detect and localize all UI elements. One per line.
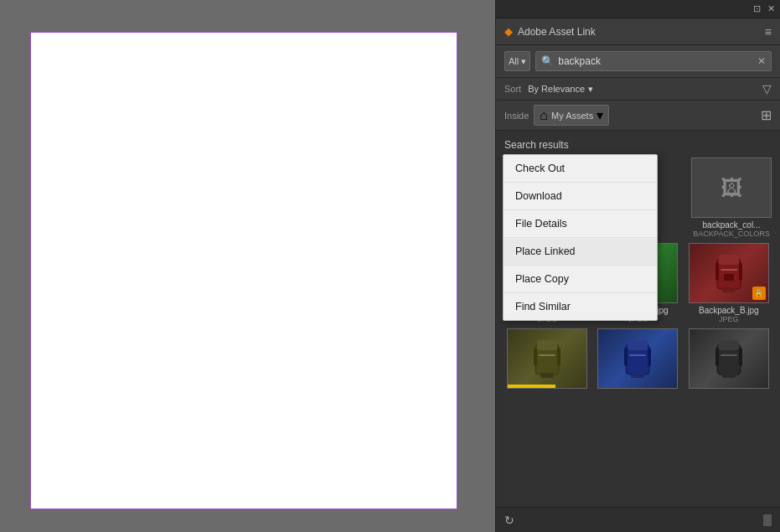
- asset-item-backpack-b[interactable]: 🔒 Backpack_B.jpg JPEG: [686, 243, 772, 323]
- close-button[interactable]: ✕: [767, 4, 775, 13]
- inside-chevron-icon: ▾: [597, 107, 603, 123]
- image-placeholder-icon: 🖼: [721, 175, 742, 201]
- svg-rect-38: [721, 354, 737, 356]
- backpack-blue2-svg: [619, 336, 656, 382]
- svg-rect-37: [739, 348, 742, 366]
- refresh-icon[interactable]: ↻: [504, 514, 514, 527]
- svg-rect-17: [715, 262, 719, 281]
- svg-rect-20: [724, 274, 734, 281]
- search-type-chevron: ▾: [521, 56, 526, 67]
- progress-bar: [508, 385, 555, 388]
- scroll-indicator: [763, 514, 772, 526]
- asset-thumb-row2-2: [689, 328, 769, 389]
- context-menu-download[interactable]: Download: [504, 183, 657, 210]
- inside-path-text: My Assets: [551, 111, 593, 121]
- backpack-b-svg: [710, 251, 747, 297]
- search-clear-icon[interactable]: ✕: [757, 55, 766, 67]
- search-type-select[interactable]: All ▾: [504, 51, 530, 71]
- lock-badge: 🔒: [752, 287, 766, 300]
- panel-header: ◆ Adobe Asset Link ≡: [496, 18, 780, 45]
- svg-rect-34: [719, 340, 739, 350]
- sort-value: By Relevance: [528, 84, 585, 94]
- search-type-label: All: [509, 56, 519, 66]
- svg-rect-15: [719, 255, 739, 265]
- svg-rect-19: [721, 269, 737, 271]
- asset-link-panel: ⊡ ✕ ◆ Adobe Asset Link ≡ All ▾ 🔍 ✕ Sort …: [495, 0, 780, 532]
- asset-thumb-backpack-colors: 🖼: [691, 158, 772, 218]
- canvas-area: [0, 0, 495, 532]
- results-area: Search results Check Out Download File D…: [496, 131, 780, 507]
- svg-rect-32: [629, 354, 646, 356]
- context-menu-file-details[interactable]: File Details: [504, 210, 657, 238]
- svg-rect-31: [648, 348, 651, 366]
- inside-label: Inside: [504, 111, 529, 121]
- svg-rect-24: [534, 348, 537, 366]
- context-menu-place-copy[interactable]: Place Copy: [504, 266, 657, 293]
- panel-title: Adobe Asset Link: [518, 26, 760, 38]
- search-input[interactable]: [558, 55, 753, 67]
- svg-rect-35: [722, 373, 736, 378]
- asset-thumb-row2-1: [597, 328, 678, 389]
- panel-bottom: ↻: [496, 507, 780, 532]
- search-bar: All ▾ 🔍 ✕: [496, 45, 780, 78]
- sort-bar: Sort By Relevance ▾ ▽: [496, 78, 780, 101]
- canvas-page: [30, 32, 457, 509]
- context-menu: Check Out Download File Details Place Li…: [503, 154, 658, 321]
- asset-item-backpack-colors[interactable]: 🖼 backpack_col... BACKPACK_COLORS: [691, 158, 772, 238]
- sort-filter-icon[interactable]: ▽: [762, 82, 772, 96]
- sort-label: Sort: [504, 84, 521, 94]
- svg-rect-26: [539, 354, 555, 356]
- home-icon: ⌂: [540, 108, 548, 123]
- asset-label-backpack-colors: backpack_col...: [703, 220, 761, 230]
- panel-topbar: ⊡ ✕: [496, 0, 780, 18]
- resize-button[interactable]: ⊡: [753, 4, 761, 13]
- svg-rect-28: [628, 340, 648, 350]
- svg-rect-16: [722, 287, 736, 292]
- adobe-icon: ◆: [504, 25, 513, 38]
- context-menu-find-similar[interactable]: Find Similar: [504, 293, 657, 320]
- search-input-wrap: 🔍 ✕: [535, 51, 772, 71]
- asset-item-row2-1[interactable]: [595, 328, 680, 389]
- svg-rect-30: [624, 348, 628, 366]
- results-label: Search results: [504, 139, 772, 151]
- panel-menu-icon[interactable]: ≡: [765, 25, 772, 39]
- backpack-olive-svg: [529, 336, 566, 382]
- asset-sublabel-backpack-b: JPEG: [719, 315, 739, 323]
- inside-bar: Inside ⌂ My Assets ▾ ⊞: [496, 101, 780, 131]
- svg-rect-25: [557, 348, 560, 366]
- svg-rect-18: [739, 262, 742, 281]
- asset-thumb-backpack-b: 🔒: [689, 243, 769, 303]
- svg-rect-29: [631, 373, 644, 378]
- asset-sublabel-backpack-colors: BACKPACK_COLORS: [693, 230, 769, 238]
- grid-toggle-icon[interactable]: ⊞: [761, 107, 772, 123]
- svg-rect-22: [537, 340, 557, 350]
- search-icon: 🔍: [541, 55, 554, 67]
- sort-chevron-icon: ▾: [588, 84, 593, 95]
- asset-grid-row2: [504, 328, 772, 389]
- context-menu-place-linked[interactable]: Place Linked: [504, 238, 657, 266]
- asset-item-row2-0[interactable]: [504, 328, 590, 389]
- asset-thumb-row2-0: [507, 328, 587, 389]
- svg-rect-23: [540, 373, 554, 378]
- sort-select[interactable]: By Relevance ▾: [528, 84, 593, 95]
- asset-label-backpack-b: Backpack_B.jpg: [699, 306, 759, 315]
- asset-item-row2-2[interactable]: [686, 328, 772, 389]
- backpack-dark-svg: [710, 336, 747, 382]
- context-menu-check-out[interactable]: Check Out: [504, 155, 657, 183]
- inside-path[interactable]: ⌂ My Assets ▾: [534, 105, 609, 126]
- svg-rect-36: [715, 348, 719, 366]
